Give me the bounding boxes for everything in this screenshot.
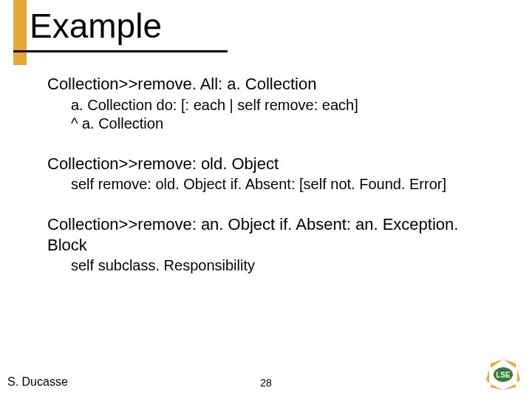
code-block: Collection>>remove. All: a. Collection a… [47,74,502,133]
slide: Example Collection>>remove. All: a. Coll… [0,0,532,399]
lse-logo-icon: LSE [485,358,522,392]
footer-author: S. Ducasse [7,375,68,389]
title-underline [13,50,228,52]
footer-page-number: 28 [260,377,272,389]
page-title: Example [30,6,162,46]
accent-bar [13,0,27,65]
method-body-line: self remove: old. Object if. Absent: [se… [47,175,502,194]
method-signature: Collection>>remove. All: a. Collection [47,74,502,95]
method-signature: Collection>>remove: an. Object if. Absen… [47,214,502,255]
method-signature: Collection>>remove: old. Object [47,154,502,174]
code-block: Collection>>remove: old. Object self rem… [47,154,502,194]
method-body-line: self subclass. Responsibility [47,256,502,275]
logo-text: LSE [496,371,511,379]
code-block: Collection>>remove: an. Object if. Absen… [47,214,502,275]
method-body-line: a. Collection do: [: each | self remove:… [47,96,502,115]
content-area: Collection>>remove. All: a. Collection a… [47,74,502,296]
method-body-line: ^ a. Collection [47,115,502,133]
